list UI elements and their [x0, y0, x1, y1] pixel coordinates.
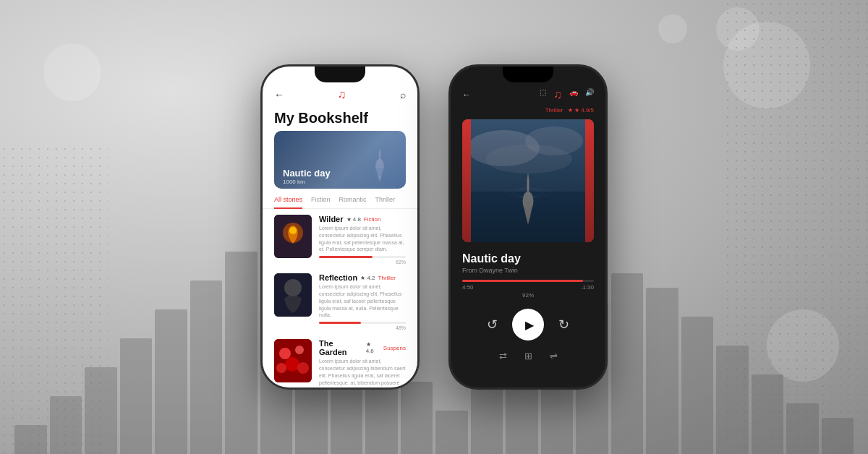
book-thumbnail-garden — [274, 339, 312, 382]
book-info-garden: The Garden ★ 4.6 Suspens Lorem ipsum dol… — [319, 339, 406, 387]
phone-notch-dark — [503, 67, 553, 82]
wilder-cover-art — [274, 215, 312, 258]
dark-phone-header: ← ⬚ ♫ 🚗 🔊 — [451, 82, 605, 104]
reflection-cover-art — [274, 273, 312, 317]
svg-point-10 — [276, 363, 286, 373]
forward-button[interactable]: ↻ — [558, 317, 569, 333]
album-art — [462, 119, 594, 242]
genre-rating: Thriller ★ ★ 4.9/5 — [451, 104, 605, 116]
tab-all-stories[interactable]: All stories — [274, 196, 302, 209]
car-mode-icon[interactable]: 🚗 — [569, 88, 578, 101]
rewind-button[interactable]: ↺ — [487, 317, 498, 333]
timeline-times: 4:50 -1:30 — [462, 284, 594, 291]
book-desc-garden: Lorem ipsum dolor sit amet, consectetur … — [319, 358, 406, 387]
tab-fiction[interactable]: Fiction — [311, 196, 331, 208]
remaining-time: -1:30 — [581, 284, 594, 291]
player-timeline: 4:50 -1:30 92% — [451, 280, 605, 299]
search-icon[interactable]: ⌕ — [400, 89, 406, 100]
svg-point-11 — [297, 362, 309, 374]
app-logo-dark-icon: ♫ — [553, 88, 562, 101]
player-controls: ↺ ▶ ↻ — [451, 301, 605, 348]
back-icon-dark[interactable]: ← — [462, 90, 471, 100]
book-rating-garden: ★ 4.6 — [366, 341, 380, 354]
book-title-garden: The Garden — [319, 339, 363, 356]
book-progress-bg-wilder — [319, 256, 406, 258]
featured-book-title: Nautic day — [283, 168, 331, 179]
timeline-bar-fill — [462, 280, 583, 282]
book-list: Wilder ★ 4.8 Fiction Lorem ipsum dolor s… — [263, 215, 417, 387]
featured-book[interactable]: Nautic day 1000 km — [274, 131, 406, 189]
book-percent-wilder: 62% — [319, 260, 406, 265]
playlist-button[interactable]: ⊞ — [524, 351, 532, 361]
book-thumbnail-wilder — [274, 215, 312, 258]
timeline-bar-background[interactable] — [462, 280, 594, 282]
book-title-wilder: Wilder — [319, 215, 344, 223]
book-genre-reflection: Thriller — [378, 275, 396, 281]
svg-point-9 — [285, 357, 299, 372]
svg-point-3 — [289, 227, 297, 234]
volume-icon[interactable]: 🔊 — [585, 88, 594, 101]
book-thumbnail-reflection — [274, 273, 312, 317]
play-button[interactable]: ▶ — [512, 309, 544, 340]
star-icon: ★ — [568, 107, 573, 113]
book-percent-reflection: 48% — [319, 325, 406, 330]
tab-romantic[interactable]: Romantic — [339, 196, 367, 208]
rating-value: ★ 4.9/5 — [574, 107, 594, 113]
player-secondary-controls: ⇄ ⊞ ⇌ — [451, 348, 605, 367]
screen-dark: ← ⬚ ♫ 🚗 🔊 Thriller ★ ★ 4.9/5 — [451, 67, 605, 387]
book-progress-fill-wilder — [319, 256, 373, 258]
back-icon[interactable]: ← — [274, 89, 284, 100]
phone-dark: ← ⬚ ♫ 🚗 🔊 Thriller ★ ★ 4.9/5 — [448, 64, 608, 390]
shuffle-button[interactable]: ⇌ — [550, 351, 558, 361]
svg-point-8 — [295, 346, 304, 354]
book-title-reflection: Reflection — [319, 273, 357, 282]
featured-hand-illustration — [365, 145, 394, 185]
book-progress-fill-reflection — [319, 322, 361, 324]
book-rating-wilder: ★ 4.8 — [346, 216, 361, 223]
repeat-button[interactable]: ⇄ — [499, 351, 507, 361]
phone-notch — [315, 67, 365, 82]
svg-point-5 — [284, 279, 302, 296]
book-item-garden[interactable]: The Garden ★ 4.6 Suspens Lorem ipsum dol… — [274, 339, 406, 387]
book-info-wilder: Wilder ★ 4.8 Fiction Lorem ipsum dolor s… — [319, 215, 406, 265]
book-item-wilder[interactable]: Wilder ★ 4.8 Fiction Lorem ipsum dolor s… — [274, 215, 406, 265]
book-genre-garden: Suspens — [383, 345, 406, 351]
timeline-percent: 92% — [462, 292, 594, 299]
phone-light: ← ♫ ⌕ My Bookshelf Nautic day 1 — [260, 64, 420, 390]
track-title: Nautic day — [451, 245, 605, 267]
phones-container: ← ♫ ⌕ My Bookshelf Nautic day 1 — [0, 0, 868, 454]
book-info-reflection: Reflection ★ 4.2 Thriller Lorem ipsum do… — [319, 273, 406, 330]
dark-header-right: ⬚ ♫ 🚗 🔊 — [540, 88, 594, 101]
tab-thriller[interactable]: Thriller — [375, 196, 396, 208]
page-title: My Bookshelf — [263, 104, 417, 131]
book-genre-wilder: Fiction — [364, 216, 381, 223]
garden-cover-art — [274, 339, 312, 382]
track-artist: From Dwayne Twin — [451, 267, 605, 280]
book-item-reflection[interactable]: Reflection ★ 4.2 Thriller Lorem ipsum do… — [274, 273, 406, 330]
genre-label: Thriller — [545, 107, 563, 113]
album-art-overlay — [462, 119, 594, 242]
cast-icon[interactable]: ⬚ — [540, 88, 546, 101]
app-logo-icon: ♫ — [338, 88, 347, 101]
light-phone-header: ← ♫ ⌕ — [263, 82, 417, 104]
svg-point-7 — [279, 348, 291, 359]
book-desc-reflection: Lorem ipsum dolor sit amet, consectetur … — [319, 283, 406, 319]
book-progress-bg-reflection — [319, 322, 406, 324]
current-time: 4:50 — [462, 284, 474, 291]
book-desc-wilder: Lorem ipsum dolor sit amet, consectetur … — [319, 225, 406, 253]
featured-book-subtitle: 1000 km — [283, 179, 305, 185]
screen-light: ← ♫ ⌕ My Bookshelf Nautic day 1 — [263, 67, 417, 387]
category-tabs: All stories Fiction Romantic Thriller — [263, 196, 417, 209]
play-icon: ▶ — [525, 318, 534, 332]
book-rating-reflection: ★ 4.2 — [360, 275, 375, 281]
